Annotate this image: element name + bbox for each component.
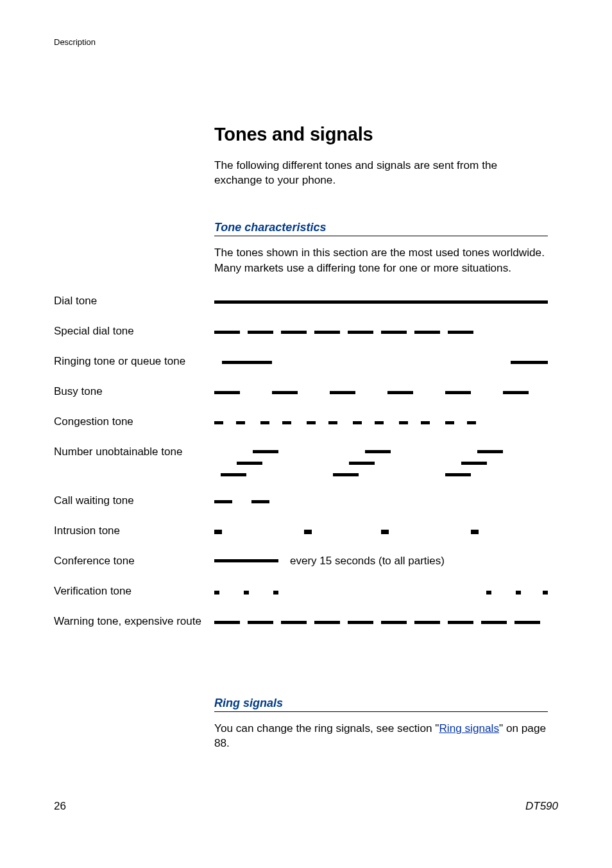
tone-pattern-special-dial <box>214 325 558 336</box>
tone-row-warning: Warning tone, expensive route <box>54 615 558 645</box>
svg-rect-25 <box>399 421 408 424</box>
svg-rect-39 <box>251 500 269 503</box>
tone-characteristics-text: The tones shown in this section are the … <box>214 245 548 275</box>
svg-rect-45 <box>214 591 219 595</box>
svg-rect-23 <box>353 421 362 424</box>
svg-rect-33 <box>349 462 375 465</box>
svg-rect-52 <box>248 621 273 624</box>
ring-text-before: You can change the ring signals, see sec… <box>214 722 439 734</box>
tone-row-dial: Dial tone <box>54 295 558 325</box>
tone-pattern-congestion <box>214 415 558 426</box>
svg-rect-47 <box>273 591 278 595</box>
svg-rect-21 <box>307 421 316 424</box>
tone-row-call-waiting: Call waiting tone <box>54 494 558 525</box>
svg-rect-34 <box>333 473 359 476</box>
svg-rect-0 <box>214 300 548 304</box>
svg-rect-1 <box>214 331 240 334</box>
svg-rect-48 <box>486 591 491 595</box>
tone-label: Conference tone <box>54 555 214 568</box>
svg-rect-14 <box>387 391 413 394</box>
svg-rect-53 <box>281 621 307 624</box>
svg-rect-59 <box>481 621 507 624</box>
svg-rect-30 <box>237 462 262 465</box>
svg-rect-41 <box>304 530 312 534</box>
page: Description Tones and signals The follow… <box>0 0 612 868</box>
svg-rect-18 <box>236 421 245 424</box>
svg-rect-9 <box>222 361 272 364</box>
svg-rect-24 <box>375 421 384 424</box>
tone-row-ringing: Ringing tone or queue tone <box>54 355 558 385</box>
tone-label: Warning tone, expensive route <box>54 615 214 628</box>
tone-row-congestion: Congestion tone <box>54 415 558 446</box>
tone-label: Number unobtainable tone <box>54 446 214 458</box>
section-label: Description <box>54 37 558 47</box>
svg-rect-57 <box>414 621 440 624</box>
conference-note: every 15 seconds (to all parties) <box>290 555 445 568</box>
tone-label: Verification tone <box>54 585 214 598</box>
svg-rect-43 <box>471 530 479 534</box>
svg-rect-13 <box>330 391 355 394</box>
svg-rect-28 <box>467 421 476 424</box>
svg-rect-17 <box>214 421 223 424</box>
svg-rect-35 <box>477 450 503 453</box>
svg-rect-51 <box>214 621 240 624</box>
ring-signals-link[interactable]: Ring signals <box>439 722 499 734</box>
tone-label: Ringing tone or queue tone <box>54 355 214 368</box>
svg-rect-8 <box>448 331 473 334</box>
svg-rect-16 <box>503 391 529 394</box>
svg-rect-26 <box>421 421 430 424</box>
svg-rect-22 <box>328 421 337 424</box>
intro-paragraph: The following different tones and signal… <box>214 158 548 187</box>
svg-rect-58 <box>448 621 473 624</box>
tone-pattern-intrusion <box>214 525 558 535</box>
svg-rect-12 <box>272 391 298 394</box>
svg-rect-7 <box>414 331 440 334</box>
tone-pattern-verification <box>214 585 558 596</box>
page-number: 26 <box>54 800 66 813</box>
svg-rect-3 <box>281 331 307 334</box>
svg-rect-37 <box>445 473 471 476</box>
svg-rect-32 <box>365 450 391 453</box>
svg-rect-38 <box>214 500 232 503</box>
svg-rect-15 <box>445 391 471 394</box>
ring-signals-heading: Ring signals <box>214 697 548 712</box>
tone-row-busy: Busy tone <box>54 385 558 415</box>
svg-rect-29 <box>253 450 278 453</box>
ring-signals-text: You can change the ring signals, see sec… <box>214 721 548 751</box>
svg-rect-20 <box>282 421 291 424</box>
tone-label: Congestion tone <box>54 415 214 428</box>
tone-pattern-ringing <box>214 355 558 366</box>
svg-rect-36 <box>461 462 487 465</box>
svg-rect-60 <box>514 621 540 624</box>
svg-rect-6 <box>381 331 407 334</box>
tone-label: Busy tone <box>54 385 214 398</box>
svg-rect-55 <box>348 621 373 624</box>
tone-pattern-busy <box>214 385 558 396</box>
svg-rect-19 <box>260 421 269 424</box>
tone-label: Special dial tone <box>54 325 214 338</box>
svg-rect-54 <box>314 621 340 624</box>
svg-rect-31 <box>221 473 246 476</box>
tone-row-conference: Conference tone every 15 seconds (to all… <box>54 555 558 585</box>
tone-pattern-call-waiting <box>214 494 558 505</box>
tone-row-special-dial: Special dial tone <box>54 325 558 355</box>
svg-rect-2 <box>248 331 273 334</box>
tone-row-verification: Verification tone <box>54 585 558 615</box>
tone-row-unobtainable: Number unobtainable tone <box>54 446 558 494</box>
svg-rect-50 <box>543 591 548 595</box>
tone-label: Intrusion tone <box>54 525 214 537</box>
svg-rect-11 <box>214 391 240 394</box>
page-footer: 26 DT590 <box>54 800 558 813</box>
page-title: Tones and signals <box>214 124 548 145</box>
content-column: Tones and signals The following differen… <box>214 124 548 275</box>
svg-rect-46 <box>244 591 249 595</box>
tone-table: Dial tone Special dial tone <box>54 295 558 645</box>
tone-label: Dial tone <box>54 295 214 308</box>
tone-label: Call waiting tone <box>54 494 214 507</box>
ring-signals-section: Ring signals You can change the ring sig… <box>214 697 548 751</box>
tone-row-intrusion: Intrusion tone <box>54 525 558 555</box>
svg-rect-44 <box>214 559 278 562</box>
model-label: DT590 <box>525 800 558 813</box>
svg-rect-5 <box>348 331 373 334</box>
svg-rect-4 <box>314 331 340 334</box>
